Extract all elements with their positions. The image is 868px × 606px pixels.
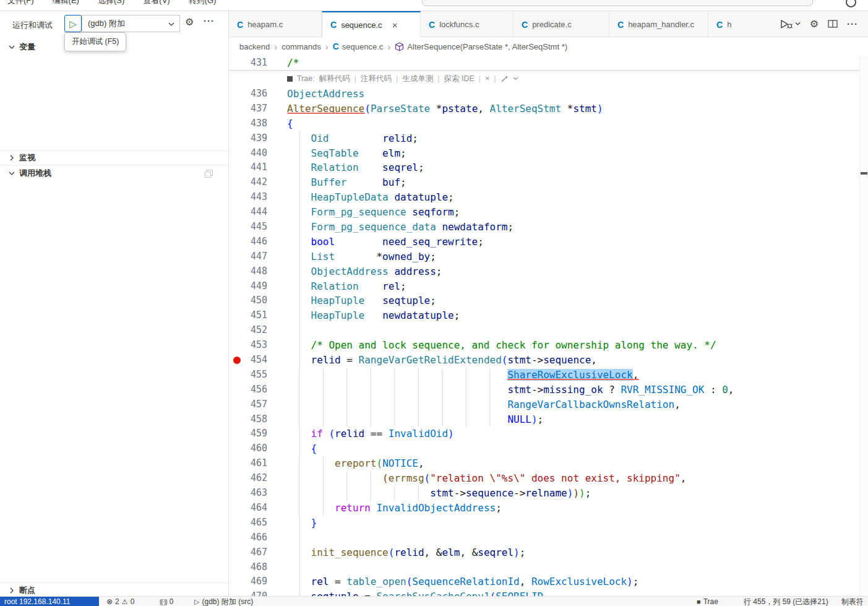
menu-item[interactable]: 查看(V) [143,0,170,7]
gutter[interactable]: 441 [229,160,287,175]
gutter[interactable]: 444 [229,205,287,220]
debug-settings-button[interactable] [185,17,194,27]
gutter[interactable]: 450 [229,293,287,308]
remote-indicator[interactable]: root 192.168.140.11 [0,597,99,606]
code-line[interactable]: 449Relation rel; [229,279,868,294]
section-header-call-stack[interactable]: 调用堆栈 [0,166,228,181]
gutter[interactable]: 436 [229,87,287,102]
code-line[interactable]: 442Buffer buf; [229,175,868,190]
tab-size-indicator[interactable]: 制表符 [841,597,864,606]
tab-sequence.c[interactable]: sequence.c [322,11,421,37]
gutter[interactable]: 438 [229,116,287,131]
gutter[interactable]: 440 [229,146,287,161]
code-line[interactable]: 451HeapTuple newdatatuple; [229,308,868,323]
gutter[interactable]: 455 [229,368,287,383]
gutter[interactable]: 459 [229,426,287,441]
tab-lockfuncs.c[interactable]: lockfuncs.c [421,11,513,37]
trae-action-3[interactable]: 探索 IDE [444,74,474,84]
gutter[interactable]: 431 [229,56,287,70]
code-line[interactable]: 462(errmsg("relation \"%s\" does not exi… [229,471,868,486]
code-line[interactable]: 446bool need_seq_rewrite; [229,235,868,249]
code-line[interactable]: 448ObjectAddress address; [229,264,868,279]
ports-indicator[interactable]: 0 [160,597,173,606]
gutter[interactable]: 454 [229,353,287,368]
code-editor[interactable]: 431/* Trae:解释代码|注释代码|生成单测|探索 IDE|×| 436O… [229,56,868,596]
gutter[interactable]: 448 [229,264,287,279]
code-line[interactable]: 450HeapTuple seqtuple; [229,293,868,308]
editor-settings-button[interactable] [810,19,819,29]
trae-action-1[interactable]: 注释代码 [361,74,392,84]
close-icon[interactable] [392,20,398,30]
gutter[interactable]: 447 [229,249,287,264]
trae-status-item[interactable]: Trae [697,597,718,606]
code-line[interactable]: 464return InvalidObjectAddress; [229,501,868,516]
menu-item[interactable]: 转到(G) [189,0,217,7]
breadcrumb-item[interactable]: sequence.c [333,41,384,51]
gutter[interactable]: 445 [229,220,287,235]
code-line[interactable]: 445Form_pg_sequence_data newdataform; [229,220,868,235]
breadcrumb-item[interactable]: backend [239,42,270,51]
code-line[interactable]: 469rel = table_open(SequenceRelationId, … [229,574,868,589]
code-line[interactable]: 447List *owned_by; [229,249,868,264]
code-line[interactable]: 456stmt->missing_ok ? RVR_MISSING_OK : 0… [229,383,868,397]
gutter[interactable]: 449 [229,279,287,294]
cursor-position[interactable]: 行 455，列 59 (已选择21) [744,597,828,606]
code-line[interactable]: 465} [229,516,868,530]
gutter[interactable]: 470 [229,589,287,596]
tab-heapam_handler.c[interactable]: heapam_handler.c [609,11,708,37]
gutter[interactable]: 446 [229,235,287,249]
gutter[interactable]: 456 [229,383,287,397]
gutter[interactable]: 465 [229,516,287,530]
debug-status[interactable]: (gdb) 附加 (src) [194,597,253,606]
sticky-scroll-line[interactable]: 431/* [229,56,868,71]
menu-item[interactable]: 编辑(E) [53,0,79,7]
code-line[interactable]: 439Oid relid; [229,131,868,146]
gutter[interactable]: 462 [229,471,287,486]
tab-h[interactable]: h [708,11,747,37]
breakpoint-icon[interactable] [233,357,241,364]
code-line[interactable]: 466 [229,530,868,545]
code-line[interactable]: 460{ [229,441,868,456]
problems-indicator[interactable]: 2 0 [106,597,134,606]
code-area[interactable]: 436ObjectAddress437AlterSequence(ParseSt… [229,87,868,596]
command-center-search[interactable] [422,0,813,6]
gutter[interactable]: 469 [229,574,287,589]
wand-icon[interactable] [501,75,509,83]
gutter[interactable]: 463 [229,486,287,501]
breadcrumb-item[interactable]: AlterSequence(ParseState *, AlterSeqStmt… [395,42,567,51]
editor-more-actions[interactable] [847,19,858,29]
breadcrumb-item[interactable]: commands [281,42,321,51]
code-line[interactable]: 463stmt->sequence->relname))); [229,486,868,501]
code-line[interactable]: 438{ [229,116,868,131]
gutter[interactable]: 452 [229,323,287,338]
code-line[interactable]: 457RangeVarCallbackOwnsRelation, [229,397,868,412]
code-line[interactable]: 454relid = RangeVarGetRelidExtended(stmt… [229,353,868,368]
gutter[interactable]: 458 [229,412,287,427]
tab-predicate.c[interactable]: predicate.c [513,11,609,37]
gutter[interactable]: 464 [229,501,287,516]
code-line[interactable]: 436ObjectAddress [229,87,868,102]
editor-scrollbar[interactable] [859,56,868,596]
gutter[interactable]: 457 [229,397,287,412]
section-header-breakpoints[interactable]: 断点 [0,582,228,597]
code-line[interactable]: 441Relation seqrel; [229,160,868,175]
gutter[interactable]: 467 [229,545,287,560]
gutter[interactable]: 453 [229,338,287,353]
menu-item[interactable]: 选择(S) [98,0,124,7]
gutter[interactable]: 466 [229,530,287,545]
close-icon[interactable]: × [485,74,489,83]
gutter[interactable]: 461 [229,456,287,471]
code-line[interactable]: 437AlterSequence(ParseState *pstate, Alt… [229,102,868,116]
section-header-watch[interactable]: 监视 [0,150,228,165]
start-debugging-button[interactable] [64,15,82,32]
code-line[interactable]: 461ereport(NOTICE, [229,456,868,471]
code-line[interactable]: 467init_sequence(relid, &elm, &seqrel); [229,545,868,560]
code-line[interactable]: 443HeapTupleData datatuple; [229,190,868,205]
gutter[interactable]: 437 [229,102,287,116]
gutter[interactable]: 443 [229,190,287,205]
code-line[interactable]: 455ShareRowExclusiveLock, [229,368,868,383]
split-editor-button[interactable] [828,20,838,28]
code-line[interactable]: 458NULL); [229,412,868,427]
code-line[interactable]: 468 [229,560,868,575]
trae-action-0[interactable]: 解释代码 [319,74,350,84]
